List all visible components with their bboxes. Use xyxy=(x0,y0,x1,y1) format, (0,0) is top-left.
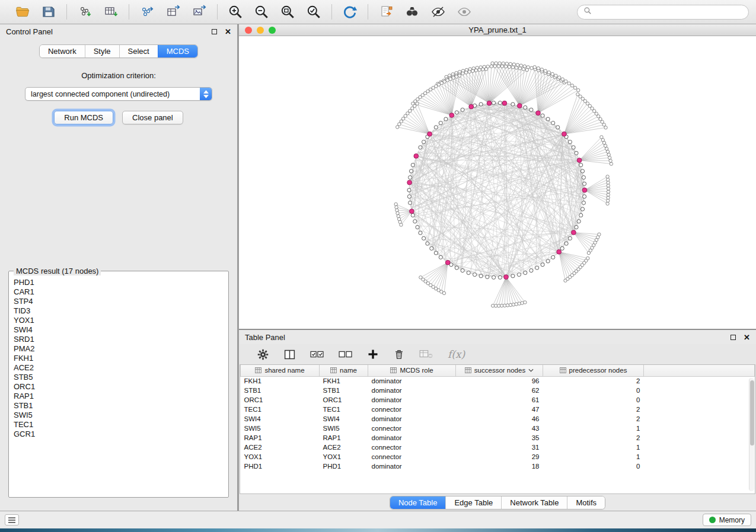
delete-column-button[interactable] xyxy=(393,348,405,361)
export-table-button[interactable] xyxy=(162,3,184,21)
tab-motifs[interactable]: Motifs xyxy=(567,496,605,509)
eye-icon xyxy=(456,5,473,19)
table-row[interactable]: YOX1YOX1connector291 xyxy=(241,452,755,462)
main-area: Control Panel ✕ NetworkStyleSelectMCDS O… xyxy=(0,24,756,511)
column-header-mcds-role[interactable]: MCDS role xyxy=(368,365,456,376)
column-header-shared-name[interactable]: shared name xyxy=(241,365,320,376)
mcds-node-item[interactable]: STB5 xyxy=(14,373,227,382)
table-settings-button[interactable] xyxy=(257,348,269,361)
memory-button[interactable]: Memory xyxy=(703,514,751,526)
mcds-node-item[interactable]: FKH1 xyxy=(14,354,227,363)
table-row[interactable]: PHD1PHD1dominator180 xyxy=(241,462,755,471)
float-panel-icon[interactable] xyxy=(212,29,217,34)
close-panel-icon[interactable]: ✕ xyxy=(225,28,231,36)
node-table-header-row: shared namenameMCDS rolesuccessor nodesp… xyxy=(241,365,755,376)
toolbar-separator xyxy=(368,4,368,20)
find-button[interactable] xyxy=(401,3,423,21)
status-bar: Memory xyxy=(0,511,756,528)
show-columns-button[interactable] xyxy=(283,348,296,361)
table-panel-header: Table Panel ✕ xyxy=(239,330,756,344)
table-row[interactable]: STB1STB1dominator620 xyxy=(241,386,755,395)
mcds-node-item[interactable]: RAP1 xyxy=(14,392,227,401)
zoom-out-button[interactable] xyxy=(251,3,272,21)
mcds-result-group: MCDS result (17 nodes) PHD1CAR1STP4TID3Y… xyxy=(8,267,229,498)
optimization-select[interactable]: largest connected component (undirected) xyxy=(25,87,212,101)
task-history-button[interactable] xyxy=(5,514,19,525)
tab-style[interactable]: Style xyxy=(85,45,119,57)
table-row[interactable]: ACE2ACE2connector311 xyxy=(241,443,755,452)
table-row[interactable]: SWI5SWI5connector431 xyxy=(241,424,755,433)
mcds-node-item[interactable]: TEC1 xyxy=(14,420,227,430)
network-graph[interactable] xyxy=(239,36,756,329)
mcds-node-item[interactable]: PMA2 xyxy=(14,344,227,354)
mcds-node-item[interactable]: TID3 xyxy=(14,306,227,316)
select-all-columns-button[interactable] xyxy=(310,348,324,360)
control-panel: Control Panel ✕ NetworkStyleSelectMCDS O… xyxy=(0,24,239,511)
tab-network[interactable]: Network xyxy=(40,45,85,57)
mcds-node-item[interactable]: GCR1 xyxy=(14,430,227,439)
export-image-icon xyxy=(192,5,207,19)
export-network-button[interactable] xyxy=(136,3,158,21)
close-panel-button[interactable]: Close panel xyxy=(122,111,183,124)
tab-network-table[interactable]: Network Table xyxy=(501,496,567,509)
zoom-out-icon xyxy=(254,4,269,20)
zoom-fit-button[interactable] xyxy=(277,3,298,21)
control-panel-title: Control Panel xyxy=(6,27,53,36)
mcds-node-item[interactable]: ACE2 xyxy=(14,363,227,373)
mcds-node-item[interactable]: STB1 xyxy=(14,401,227,411)
zoom-fit-icon xyxy=(280,4,295,20)
zoom-in-button[interactable] xyxy=(225,3,246,21)
open-button[interactable] xyxy=(12,3,33,21)
column-header-filler xyxy=(644,365,755,376)
zoom-in-icon xyxy=(228,4,243,20)
column-header-successor-nodes[interactable]: successor nodes xyxy=(456,365,543,376)
mcds-node-item[interactable]: CAR1 xyxy=(14,287,227,297)
search-input[interactable] xyxy=(595,8,742,16)
mcds-node-item[interactable]: PHD1 xyxy=(14,278,227,287)
deselect-all-columns-button[interactable] xyxy=(339,348,353,360)
column-header-name[interactable]: name xyxy=(320,365,368,376)
mcds-node-item[interactable]: STP4 xyxy=(14,297,227,306)
column-header-predecessor-nodes[interactable]: predecessor nodes xyxy=(543,365,644,376)
import-table-button[interactable] xyxy=(100,3,122,21)
optimization-label: Optimization criterion: xyxy=(81,71,156,80)
tab-edge-table[interactable]: Edge Table xyxy=(445,496,501,509)
tab-select[interactable]: Select xyxy=(119,45,158,57)
run-mcds-button[interactable]: Run MCDS xyxy=(54,111,113,124)
network-window-title: YPA_prune.txt_1 xyxy=(239,25,756,34)
network-canvas[interactable] xyxy=(239,36,756,329)
refresh-button[interactable] xyxy=(339,3,361,21)
list-icon xyxy=(8,517,16,524)
toolbar-separator xyxy=(66,4,67,20)
zoom-selected-button[interactable] xyxy=(303,3,324,21)
share-document-button[interactable] xyxy=(375,3,397,21)
add-column-button[interactable] xyxy=(367,348,379,360)
export-image-button[interactable] xyxy=(189,3,210,21)
import-network-button[interactable] xyxy=(74,3,95,21)
table-row[interactable]: RAP1RAP1dominator352 xyxy=(241,433,755,443)
tab-node-table[interactable]: Node Table xyxy=(390,496,446,509)
table-row[interactable]: SWI4SWI4dominator462 xyxy=(241,414,755,424)
export-network-icon xyxy=(139,5,155,19)
function-builder-button[interactable]: f(x) xyxy=(448,348,465,360)
mcds-result-list[interactable]: PHD1CAR1STP4TID3YOX1SWI4SRD1PMA2FKH1ACE2… xyxy=(10,277,227,496)
toolbar-separator xyxy=(217,4,218,20)
table-row[interactable]: FKH1FKH1dominator962 xyxy=(241,376,755,386)
mcds-node-item[interactable]: ORC1 xyxy=(14,382,227,392)
save-button[interactable] xyxy=(38,3,59,21)
show-graphics-details-button[interactable] xyxy=(428,3,449,21)
hide-graphics-details-button[interactable] xyxy=(454,3,475,21)
table-row[interactable]: ORC1ORC1dominator610 xyxy=(241,395,755,405)
table-row[interactable]: TEC1TEC1connector472 xyxy=(241,405,755,414)
close-panel-icon[interactable]: ✕ xyxy=(744,334,750,341)
tab-mcds[interactable]: MCDS xyxy=(158,45,197,57)
float-panel-icon[interactable] xyxy=(731,335,736,340)
network-window-titlebar: YPA_prune.txt_1 xyxy=(239,24,756,36)
mcds-node-item[interactable]: YOX1 xyxy=(14,316,227,325)
table-panel-title: Table Panel xyxy=(245,333,285,342)
table-scrollbar[interactable] xyxy=(749,378,754,491)
mcds-node-item[interactable]: SWI5 xyxy=(14,411,227,420)
mcds-node-item[interactable]: SWI4 xyxy=(14,325,227,335)
mcds-node-item[interactable]: SRD1 xyxy=(14,335,227,344)
scrollbar-thumb[interactable] xyxy=(750,380,754,446)
